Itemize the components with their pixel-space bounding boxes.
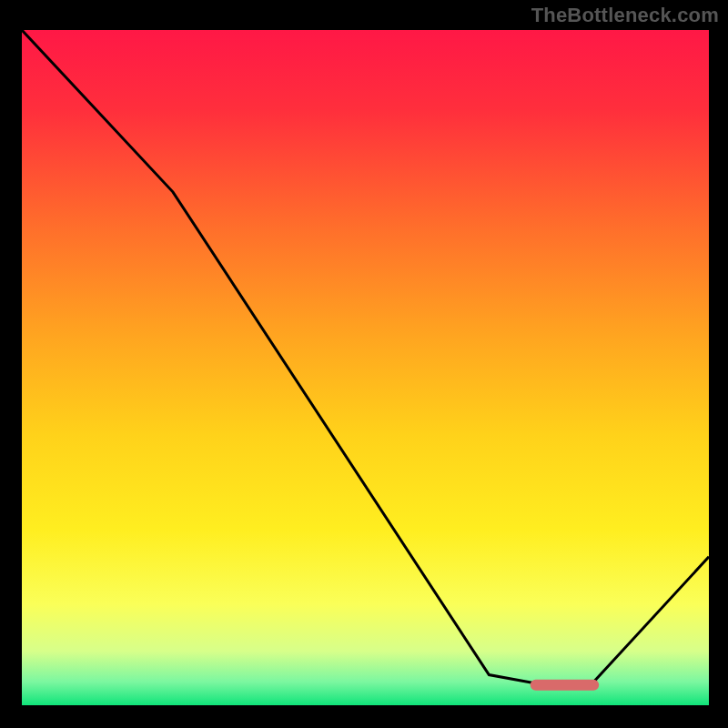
optimal-marker xyxy=(531,680,600,691)
bottleneck-chart xyxy=(22,30,709,705)
watermark-text: TheBottleneck.com xyxy=(531,4,719,27)
plot-area xyxy=(22,30,709,705)
gradient-background xyxy=(22,30,709,705)
chart-frame: TheBottleneck.com xyxy=(0,0,728,728)
